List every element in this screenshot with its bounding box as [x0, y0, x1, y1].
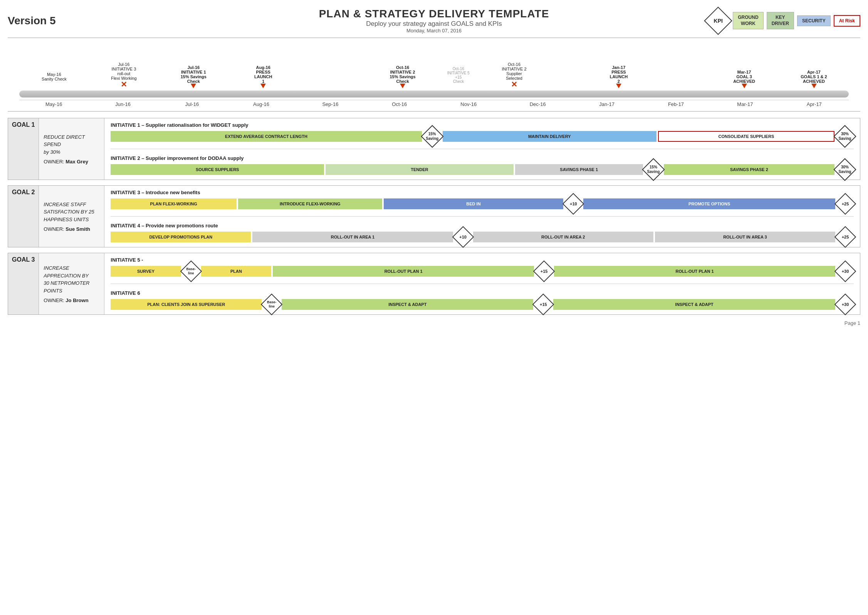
- month-jun16: Jun-16: [88, 100, 157, 107]
- month-oct16: Oct-16: [365, 100, 434, 107]
- diamond-plus30-2: +30: [837, 296, 854, 313]
- month-nov16: Nov-16: [434, 100, 503, 107]
- header-legend: KPI GROUNDWORK KEYDRIVER SECURITY At Ris…: [707, 9, 860, 32]
- initiative4-gantt: DEVELOP PROMOTIONS PLAN ROLL-OUT IN AREA…: [111, 231, 854, 243]
- bar-rollout-plan1-b: ROLL-OUT PLAN 1: [554, 266, 835, 277]
- goal1-owner: OWNER: Max Grey: [44, 159, 99, 165]
- bar-consolidate-suppliers: CONSOLIDATE SUPPLIERS: [658, 131, 834, 142]
- initiative4-block: INITIATIVE 4 – Provide new promotions ro…: [111, 223, 854, 243]
- main-title: PLAN & STRATEGY DELIVERY TEMPLATE: [319, 8, 549, 20]
- goal2-header-bar: GOAL 2: [8, 186, 39, 247]
- milestone-jul16-bold: Jul-16 INITIATIVE 1 15% Savings Check: [159, 65, 228, 88]
- month-may16: May-16: [19, 100, 88, 107]
- timeline-bar-container: [8, 91, 860, 97]
- month-dec16: Dec-16: [503, 100, 572, 107]
- month-aug16: Aug-16: [227, 100, 295, 107]
- goal2-section: GOAL 2 INCREASE STAFFSATISFACTION BY 25H…: [8, 185, 860, 247]
- bar-plan-flexi: PLAN FLEXI-WORKING: [111, 198, 237, 209]
- diamond-plus10-1: +10: [565, 195, 582, 212]
- page-footer: Page 1: [8, 320, 860, 326]
- bar-extend-contract: EXTEND AVERAGE CONTRACT LENGTH: [111, 131, 421, 142]
- goal2-divider: [111, 216, 854, 217]
- goal3-owner: OWNER: Jo Brown: [44, 297, 99, 303]
- month-feb17: Feb-17: [641, 100, 710, 107]
- goal2-owner: OWNER: Sue Smith: [44, 226, 99, 232]
- initiative6-block: INITIATIVE 6 PLAN: CLIENTS JOIN AS SUPER…: [111, 290, 854, 311]
- milestone-jan17: Jan-17 PRESS LAUNCH 2: [584, 65, 653, 88]
- initiative4-title: INITIATIVE 4 – Provide new promotions ro…: [111, 223, 854, 229]
- initiative6-gantt: PLAN: CLIENTS JOIN AS SUPERUSER Base-lin…: [111, 298, 854, 311]
- arrow-down-icon: [742, 84, 747, 88]
- milestone-row: May-16 Sanity Check Jul-16 INITIATIVE 3 …: [8, 42, 860, 88]
- milestone-nov16: Oct-16 INITIATIVE 2 Supplier Selected ✕: [479, 62, 549, 88]
- initiative5-gantt: SURVEY Base-line PLAN ROLL-OUT PLAN 1 +1…: [111, 265, 854, 277]
- diamond-30pct-2: 30%Saving: [836, 161, 854, 178]
- goal3-label: GOAL 3: [12, 256, 35, 263]
- month-mar17: Mar-17: [710, 100, 779, 107]
- initiative2-gantt: SOURCE SUPPLIERS TENDER SAVINGS PHASE 1 …: [111, 163, 854, 176]
- initiative5-block: INITIATIVE 5 - SURVEY Base-line PLAN ROL…: [111, 257, 854, 277]
- diamond-15pct-1: 15%Saving: [423, 128, 441, 145]
- initiative1-title: INITIATIVE 1 – Supplier rationalisation …: [111, 122, 854, 128]
- goal2-sidebar: INCREASE STAFFSATISFACTION BY 25HAPPINES…: [39, 186, 104, 247]
- bar-maintain-delivery: MAINTAIN DELIVERY: [443, 131, 656, 142]
- month-sep16: Sep-16: [296, 100, 365, 107]
- timeline-bar: [19, 91, 849, 97]
- header: Version 5 PLAN & STRATEGY DELIVERY TEMPL…: [8, 8, 860, 34]
- legend-atrisk: At Risk: [834, 15, 860, 27]
- goal2-sidebar-text: INCREASE STAFFSATISFACTION BY 25HAPPINES…: [44, 201, 99, 223]
- goal3-divider: [111, 284, 854, 284]
- milestone-oct16: Oct-16 INITIATIVE 2 15% Savings Check: [368, 65, 438, 88]
- bar-plan-i5: PLAN: [201, 266, 271, 277]
- version-label: Version 5: [8, 15, 56, 27]
- page-number: Page 1: [844, 320, 860, 326]
- bar-inspect-adapt-1: INSPECT & ADAPT: [282, 299, 533, 310]
- diamond-30pct-1: 30%Saving: [836, 128, 854, 145]
- goal1-initiatives: INITIATIVE 1 – Supplier rationalisation …: [104, 118, 860, 180]
- milestone-mar17: Mar-17 GOAL 3 ACHIEVED: [709, 70, 779, 88]
- bar-tender: TENDER: [326, 164, 513, 175]
- month-labels: May-16 Jun-16 Jul-16 Aug-16 Sep-16 Oct-1…: [8, 100, 860, 107]
- milestone-may16: May-16 Sanity Check: [19, 72, 89, 88]
- bar-promote-options: PROMOTE OPTIONS: [583, 198, 835, 209]
- header-subtitle: Deploy your strategy against GOALS and K…: [319, 20, 549, 28]
- goal1-sidebar: REDUCE DIRECTSPENDby 30% OWNER: Max Grey: [39, 118, 104, 180]
- month-jul16: Jul-16: [158, 100, 227, 107]
- diamond-plus30-1: +30: [837, 263, 854, 280]
- initiative3-title: INITIATIVE 3 – Introduce new benefits: [111, 190, 854, 195]
- kpi-diamond-container: KPI: [707, 9, 730, 32]
- goal1-section: GOAL 1 REDUCE DIRECTSPENDby 30% OWNER: M…: [8, 118, 860, 180]
- initiative1-gantt: EXTEND AVERAGE CONTRACT LENGTH 15%Saving…: [111, 130, 854, 143]
- month-jan17: Jan-17: [572, 100, 641, 107]
- bar-source-suppliers: SOURCE SUPPLIERS: [111, 164, 324, 175]
- goal3-sidebar: INCREASEAPPRECIATION BY30 NETPROMOTERPOI…: [39, 253, 104, 314]
- goal1-label: GOAL 1: [12, 121, 35, 128]
- milestone-oct16-i5: Oct-16 INITIATIVE 5 +15 Check: [438, 67, 480, 88]
- timeline-section: May-16 Sanity Check Jul-16 INITIATIVE 3 …: [8, 37, 860, 112]
- diamond-baseline-1: Base-line: [183, 263, 200, 280]
- bar-rollout-area1: ROLL-OUT IN AREA 1: [252, 232, 453, 242]
- bar-savings-phase2: SAVINGS PHASE 2: [664, 164, 834, 175]
- arrow-down-icon: [811, 84, 817, 88]
- bar-bed-in: BED IN: [384, 198, 564, 209]
- goal1-sidebar-text: REDUCE DIRECTSPENDby 30%: [44, 133, 99, 156]
- goal3-initiatives: INITIATIVE 5 - SURVEY Base-line PLAN ROL…: [104, 253, 860, 314]
- initiative3-gantt: PLAN FLEXI-WORKING INTRODUCE FLEXI-WORKI…: [111, 198, 854, 210]
- diamond-15pct-2: 15%Saving: [645, 161, 662, 178]
- page-wrapper: Version 5 PLAN & STRATEGY DELIVERY TEMPL…: [8, 8, 860, 326]
- initiative2-title: INITIATIVE 2 – Supplier improvement for …: [111, 155, 854, 161]
- bar-introduce-flexi: INTRODUCE FLEXI-WORKING: [238, 198, 382, 209]
- diamond-plus25-1: +25: [837, 195, 854, 212]
- diamond-baseline-2: Base-line: [263, 296, 280, 313]
- diamond-plus10-2: +10: [455, 229, 472, 245]
- month-apr17: Apr-17: [780, 100, 849, 107]
- initiative1-block: INITIATIVE 1 – Supplier rationalisation …: [111, 122, 854, 143]
- bar-inspect-adapt-2: INSPECT & ADAPT: [553, 299, 835, 310]
- initiative5-title: INITIATIVE 5 -: [111, 257, 854, 263]
- milestone-apr17: Apr-17 GOALS 1 & 2 ACHIEVED: [779, 70, 849, 88]
- bar-survey: SURVEY: [111, 266, 181, 277]
- milestone-jun16: Jul-16 INITIATIVE 3 roll-out Flexi Worki…: [89, 62, 159, 88]
- arrow-down-icon: [616, 84, 621, 88]
- kpi-label: KPI: [714, 18, 723, 24]
- milestone-x2-icon: ✕: [511, 81, 517, 88]
